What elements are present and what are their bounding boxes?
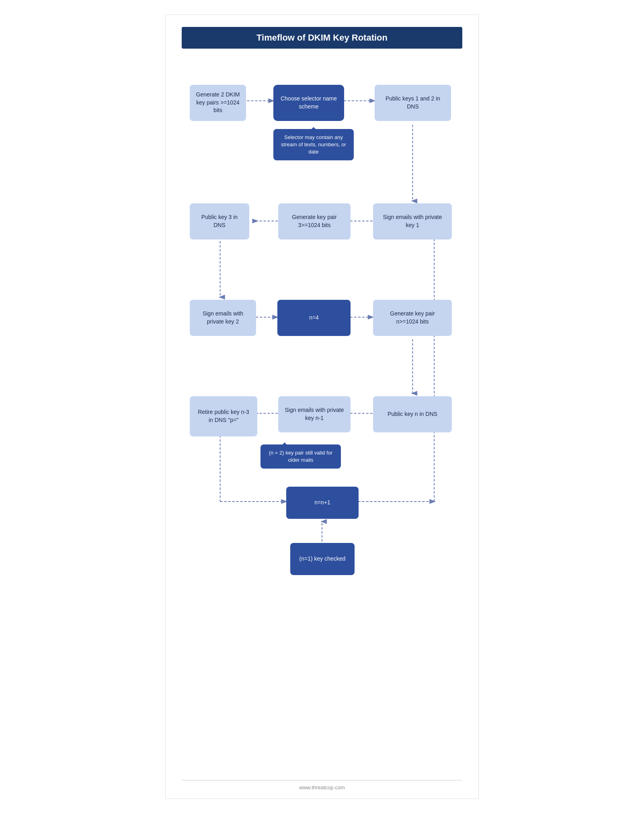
- n1-key-checked-node: (n=1) key checked: [290, 543, 355, 575]
- neqn1-node: n=n+1: [286, 487, 359, 519]
- public-key-3-node: Public key 3 in DNS: [190, 203, 249, 240]
- footer: www.threatcop.com: [182, 780, 462, 790]
- generate-key-pair-n-node: Generate key pair n>=1024 bits: [373, 300, 452, 336]
- generate2-node: Generate 2 DKIM key pairs >=1024 bits: [190, 85, 246, 121]
- choose-selector-node: Choose selector name scheme: [273, 85, 344, 121]
- n4-node: n=4: [277, 300, 351, 336]
- public-keys-12-node: Public keys 1 and 2 in DNS: [375, 85, 451, 121]
- generate-key-pair-3-node: Generate key pair 3>=1024 bits: [278, 203, 351, 240]
- sign-key-n1-node: Sign emails with private key n-1: [278, 396, 351, 432]
- retire-public-key-node: Retire public key n-3 in DNS "p=": [190, 396, 257, 436]
- public-key-n-node: Public key n in DNS: [373, 396, 452, 432]
- diagram: Generate 2 DKIM key pairs >=1024 bits Ch…: [182, 65, 462, 772]
- n2-tooltip: (n = 2) key pair still valid for older m…: [260, 444, 341, 469]
- selector-tooltip: Selector may contain any stream of texts…: [273, 129, 354, 161]
- page-title: Timeflow of DKIM Key Rotation: [182, 27, 462, 49]
- sign-key-1-node: Sign emails with private key 1: [373, 203, 452, 240]
- page-container: Timeflow of DKIM Key Rotation: [165, 14, 479, 799]
- sign-key-2-node: Sign emails with private key 2: [190, 300, 256, 336]
